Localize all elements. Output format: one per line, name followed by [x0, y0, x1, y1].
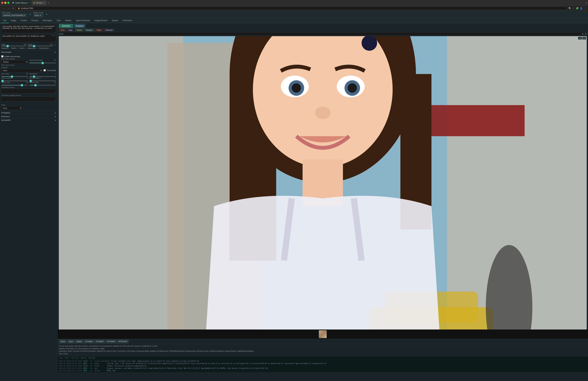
tab-control[interactable]: Control	[18, 18, 29, 23]
log-level: INFO	[83, 362, 89, 365]
send-to-control-button[interactable]: ➡ Control	[105, 339, 117, 343]
ip-adapters-label: IP Adapters	[1, 112, 10, 114]
hires-steps-slider[interactable]	[1, 76, 28, 77]
extensions-icon[interactable]: 🧩	[576, 7, 579, 10]
right-panel: Generate Enqueue Stop Skip Pause Restore…	[58, 23, 588, 372]
close-button[interactable]	[1, 2, 3, 4]
tab-close-sdnext[interactable]: ✕	[44, 2, 45, 4]
enable-second-pass-checkbox[interactable]	[1, 55, 3, 57]
tab-text[interactable]: Text	[1, 18, 9, 23]
browser-tab-sdnext[interactable]: ⚡ SD.Next ✕	[32, 1, 46, 5]
second-pass-accordion[interactable]: Second pass ▼	[1, 50, 56, 54]
height-slider[interactable]	[28, 46, 53, 46]
send-to-process-button[interactable]: ➡ Process	[117, 339, 129, 343]
profile-icon[interactable]: 👤	[580, 7, 583, 10]
section-tab-sampler[interactable]: Sampler ◄	[1, 47, 10, 49]
browser-tab-stable-diffusion[interactable]: 🌊 Stable Diffusion ✕	[11, 1, 31, 5]
tab-close-sd[interactable]: ✕	[28, 2, 30, 4]
stop-button[interactable]: Stop	[59, 28, 66, 32]
maximize-button[interactable]	[7, 2, 9, 4]
log-facility: sd	[90, 362, 93, 365]
minimize-button[interactable]	[4, 2, 6, 4]
upscaler-select[interactable]: None	[1, 69, 42, 72]
section-tab-batch[interactable]: Batch ◄	[12, 47, 18, 49]
secondary-neg-prompt-input[interactable]	[1, 97, 56, 101]
image-display-area: ◄ ►	[59, 36, 587, 330]
resize-width-slider[interactable]	[1, 81, 28, 81]
image-next-button[interactable]: ►	[582, 37, 586, 40]
section-tabs: Sampler ◄ Batch ◄ Seed ◄ Advanced ◄ Corr…	[1, 47, 56, 49]
tab-system[interactable]: System	[110, 18, 121, 23]
dimensions-lock-button[interactable]: ⇕	[54, 44, 56, 46]
show-button[interactable]: Show	[59, 339, 67, 343]
upscaler-force-row: Upscaler None Force Hires	[1, 67, 56, 72]
animate-diff-row[interactable]: AnimateDiff ◄	[1, 118, 56, 122]
delete-button[interactable]: Delete	[75, 339, 84, 343]
styles-refresh-button[interactable]: ↻	[585, 33, 587, 35]
clear-button[interactable]: Clear	[95, 28, 103, 32]
refiner-start-slider[interactable]	[1, 85, 28, 85]
refiner-model-select[interactable]: None ▾	[33, 14, 43, 17]
reload-button[interactable]: ↺	[12, 7, 15, 10]
negative-prompt-input[interactable]: (low quality:1.5), (worst quality:1.5), …	[1, 34, 56, 42]
menu-icon[interactable]: ⋮	[584, 7, 586, 10]
denoising-slider[interactable]	[29, 63, 56, 63]
sampler-arrow-icon: ◄	[8, 47, 10, 49]
refiner-model-group: Refiner model None ▾	[33, 12, 43, 17]
networks-button[interactable]: Networks	[104, 28, 115, 32]
new-tab-button[interactable]: +	[47, 1, 50, 5]
extensions-row[interactable]: Extensions ▼	[1, 114, 56, 118]
upscale-by-slider[interactable]	[29, 76, 56, 77]
tab-process[interactable]: Process	[29, 18, 41, 23]
secondary-sampler-select[interactable]: Default	[1, 60, 28, 64]
refiner-model-refresh-button[interactable]: ↻	[46, 13, 47, 16]
styles-select[interactable]	[64, 32, 584, 36]
send-to-inpaint-button[interactable]: ➡ Inpaint	[94, 339, 105, 343]
skip-button[interactable]: Skip	[67, 28, 74, 32]
secondary-neg-prompt-label: Secondary negative prompt	[1, 94, 56, 96]
tab-image[interactable]: Image	[9, 18, 18, 23]
tab-models[interactable]: Models	[63, 18, 74, 23]
restore-button[interactable]: Restore	[84, 28, 94, 32]
resize-width-label: Resize width to	[1, 77, 12, 79]
pause-button[interactable]: Pause	[75, 28, 84, 32]
base-model-refresh-button[interactable]: ↻	[29, 13, 31, 16]
log-time: 2024-02-28T03:46:00.423Z	[59, 372, 82, 372]
forward-button[interactable]: →	[7, 7, 10, 10]
enqueue-button[interactable]: Enqueue	[74, 24, 85, 28]
second-pass-title: Second pass	[1, 51, 12, 53]
secondary-prompt-label: Secondary prompt	[1, 87, 56, 88]
section-tab-advanced[interactable]: Advanced ◄	[27, 47, 37, 49]
refiner-steps-slider[interactable]	[29, 85, 56, 85]
image-prev-button[interactable]: ◄	[578, 37, 582, 40]
width-slider[interactable]	[1, 46, 26, 46]
ip-adapters-row[interactable]: IP Adapters ◄	[1, 111, 56, 114]
thumbnail-1[interactable]	[319, 330, 327, 338]
tab-interrogate[interactable]: Interrogate	[41, 18, 54, 23]
section-tab-seed[interactable]: Seed ◄	[20, 47, 25, 49]
script-select[interactable]: None	[1, 106, 22, 110]
tab-extensions[interactable]: Extensions	[121, 18, 135, 23]
force-hires-checkbox[interactable]	[44, 69, 46, 71]
tab-image-browser[interactable]: Image Browser	[92, 18, 110, 23]
base-model-group: Base model pickReal_10 [07919b495] ▾	[2, 12, 27, 17]
section-tab-corrections[interactable]: Corrections ◄	[39, 47, 49, 49]
base-model-select[interactable]: pickReal_10 [07919b495] ▾	[2, 14, 27, 17]
resize-height-slider[interactable]	[29, 81, 56, 81]
upscale-by-group: Upscale by 2	[29, 73, 56, 77]
log-time: 2024-02-28T03:44:33.124Z	[59, 362, 82, 365]
search-icon[interactable]: 🔍	[568, 7, 571, 10]
tab-train[interactable]: Train	[54, 18, 63, 23]
positive-prompt-input[interactable]: (best quality, ultra high resolution, ph…	[1, 24, 56, 33]
address-input[interactable]: 🔒 localhost:7863	[16, 7, 567, 10]
log-facility: sd	[90, 365, 93, 367]
back-button[interactable]: ←	[2, 7, 5, 10]
tabs-dropdown-button[interactable]: ▾	[586, 2, 587, 4]
save-button[interactable]: Save	[67, 339, 75, 343]
tab-agent-scheduler[interactable]: Agent Scheduler	[74, 18, 92, 23]
generate-button[interactable]: Generate	[59, 24, 73, 28]
send-to-image-button[interactable]: ➡ Image	[84, 339, 94, 343]
bookmark-icon[interactable]: ☆	[572, 7, 575, 10]
traffic-lights	[1, 2, 9, 4]
secondary-prompt-input[interactable]	[1, 89, 56, 93]
